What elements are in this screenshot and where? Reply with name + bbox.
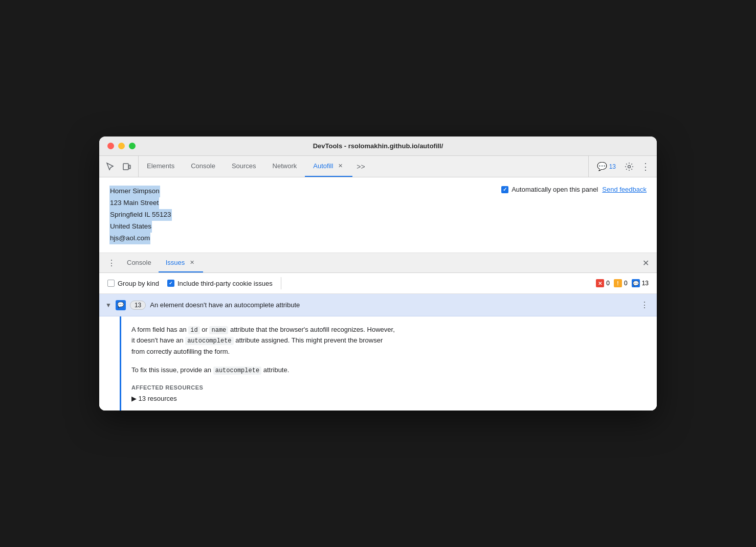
bottom-tabs: ⋮ Console Issues ✕ ✕ [99, 253, 657, 272]
address-line3: Springfield IL 55123 [109, 209, 172, 221]
issues-chat-icon: 💬 [597, 162, 607, 171]
warning-count-item: ! 0 [614, 279, 628, 287]
include-cookies-checkbox[interactable] [167, 280, 174, 287]
issue-title: An element doesn't have an autocomplete … [150, 301, 634, 309]
issues-count: 13 [609, 163, 616, 170]
inspect-icon[interactable] [103, 159, 118, 174]
group-by-kind-filter[interactable]: Group by kind [107, 280, 159, 287]
more-tabs-button[interactable]: >> [352, 156, 369, 177]
auto-open-checkbox[interactable] [501, 186, 508, 193]
toolbar-tabs: Elements Console Sources Network Autofil… [139, 156, 588, 177]
issues-area: Group by kind Include third-party cookie… [99, 273, 657, 410]
issue-menu-icon[interactable]: ⋮ [638, 299, 651, 311]
issue-type-icon: 💬 [116, 300, 126, 310]
traffic-lights [107, 143, 136, 149]
tab-network[interactable]: Network [264, 156, 305, 177]
tab-elements[interactable]: Elements [139, 156, 183, 177]
minimize-button[interactable] [118, 143, 125, 149]
group-by-kind-checkbox[interactable] [107, 280, 115, 287]
tab-bottom-issues[interactable]: Issues ✕ [159, 253, 204, 272]
tab-sources-label: Sources [232, 162, 256, 170]
tab-elements-label: Elements [147, 162, 174, 170]
autofill-controls: Automatically open this panel Send feedb… [501, 186, 647, 193]
issue-badge: 13 [130, 301, 146, 310]
resources-toggle-text: ▶ 13 resources [131, 395, 177, 402]
main-content: Homer Simpson 123 Main Street Springfiel… [99, 177, 657, 410]
issue-row[interactable]: ▼ 💬 13 An element doesn't have an autoco… [99, 294, 657, 316]
auto-open-label: Automatically open this panel [512, 186, 598, 193]
tab-autofill-close[interactable]: ✕ [336, 162, 344, 170]
auto-open-checkbox-container[interactable]: Automatically open this panel [501, 186, 598, 193]
bottom-more-icon[interactable]: ⋮ [103, 253, 120, 272]
svg-rect-1 [129, 165, 130, 169]
issue-fix-description: To fix this issue, provide an autocomple… [131, 365, 647, 376]
include-cookies-label: Include third-party cookie issues [177, 280, 273, 287]
info-icon: 💬 [632, 279, 640, 287]
autofill-address: Homer Simpson 123 Main Street Springfiel… [109, 186, 172, 244]
code-autocomplete-fix: autocomplete [213, 367, 261, 375]
svg-point-2 [628, 165, 631, 168]
toolbar-left-icons [99, 156, 139, 177]
settings-icon[interactable] [622, 159, 636, 174]
device-toggle-icon[interactable] [120, 159, 134, 174]
bottom-panel-tabs-bar: ⋮ Console Issues ✕ ✕ [99, 253, 657, 273]
address-line1: Homer Simpson [109, 186, 160, 197]
issue-counts: ✕ 0 ! 0 💬 13 [596, 279, 649, 287]
error-count-item: ✕ 0 [596, 279, 610, 287]
resources-toggle[interactable]: ▶ 13 resources [131, 395, 647, 402]
info-count: 13 [642, 280, 649, 287]
warning-icon: ! [614, 279, 622, 287]
group-by-kind-label: Group by kind [118, 280, 159, 287]
tab-autofill[interactable]: Autofill ✕ [305, 156, 352, 177]
issue-description: A form field has an id or name attribute… [131, 325, 647, 357]
tab-console[interactable]: Console [183, 156, 224, 177]
tab-sources[interactable]: Sources [224, 156, 264, 177]
window-title: DevTools - rsolomakhin.github.io/autofil… [313, 142, 443, 150]
issues-badge[interactable]: 💬 13 [593, 159, 620, 173]
address-line2: 123 Main Street [109, 197, 159, 209]
maximize-button[interactable] [129, 143, 136, 149]
error-icon: ✕ [596, 279, 604, 287]
code-name: name [209, 326, 228, 334]
tab-bottom-console[interactable]: Console [120, 253, 159, 272]
filter-separator [281, 277, 281, 289]
tab-bottom-issues-close[interactable]: ✕ [188, 258, 196, 266]
affected-resources-label: AFFECTED RESOURCES [131, 384, 647, 391]
devtools-window: DevTools - rsolomakhin.github.io/autofil… [99, 136, 657, 410]
more-options-icon[interactable]: ⋮ [638, 159, 653, 174]
error-count: 0 [606, 280, 610, 287]
issue-detail: A form field has an id or name attribute… [120, 316, 657, 410]
toolbar-right: 💬 13 ⋮ [588, 156, 657, 177]
autofill-panel: Homer Simpson 123 Main Street Springfiel… [99, 177, 657, 253]
code-id: id [188, 326, 199, 334]
info-count-item: 💬 13 [632, 279, 649, 287]
title-bar: DevTools - rsolomakhin.github.io/autofil… [99, 136, 657, 156]
svg-rect-0 [123, 164, 128, 170]
send-feedback-link[interactable]: Send feedback [602, 186, 647, 193]
tab-autofill-label: Autofill [313, 162, 333, 170]
issue-expand-arrow[interactable]: ▼ [105, 302, 112, 309]
tab-network-label: Network [273, 162, 297, 170]
tab-bottom-issues-label: Issues [166, 259, 185, 266]
warning-count: 0 [624, 280, 628, 287]
address-line5: hjs@aol.com [109, 233, 150, 244]
filter-bar: Group by kind Include third-party cookie… [99, 273, 657, 294]
address-line4: United States [109, 221, 152, 233]
tab-console-label: Console [191, 162, 215, 170]
close-button[interactable] [107, 143, 114, 149]
include-cookies-filter[interactable]: Include third-party cookie issues [167, 280, 273, 287]
bottom-panel-close-button[interactable]: ✕ [638, 256, 653, 270]
code-autocomplete: autocomplete [185, 337, 233, 345]
devtools-toolbar: Elements Console Sources Network Autofil… [99, 156, 657, 177]
tab-bottom-console-label: Console [127, 259, 151, 266]
